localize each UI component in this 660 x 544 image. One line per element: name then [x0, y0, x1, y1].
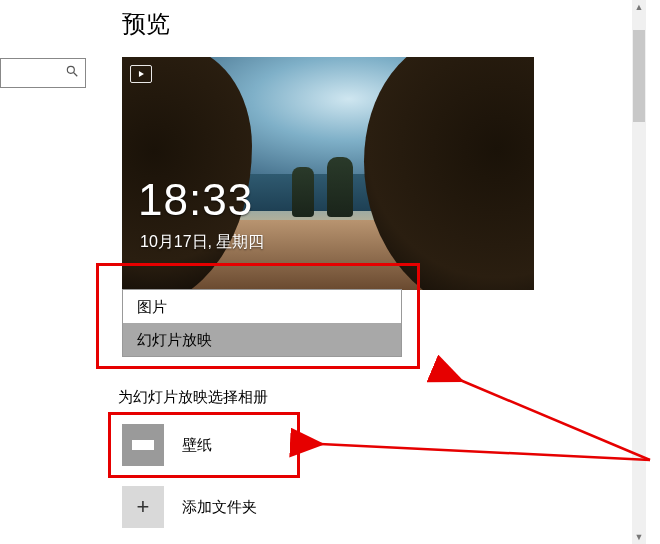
svg-marker-2 — [139, 71, 144, 77]
scrollbar-thumb[interactable] — [633, 30, 645, 122]
add-folder-button[interactable]: + 添加文件夹 — [122, 484, 382, 530]
dropdown-option-picture[interactable]: 图片 — [123, 290, 401, 323]
album-label: 壁纸 — [182, 436, 212, 455]
album-thumbnail-icon — [122, 424, 164, 466]
background-type-dropdown[interactable]: 图片 幻灯片放映 — [122, 289, 402, 357]
scrollbar-arrow-down-icon[interactable]: ▼ — [632, 530, 646, 544]
plus-icon: + — [122, 486, 164, 528]
vertical-scrollbar[interactable]: ▲ ▼ — [632, 0, 646, 544]
albums-section-label: 为幻灯片放映选择相册 — [118, 388, 268, 407]
search-field[interactable] — [15, 65, 65, 81]
section-heading-preview: 预览 — [122, 8, 170, 40]
album-item[interactable]: 壁纸 — [122, 420, 382, 470]
search-icon — [65, 64, 79, 82]
dropdown-option-slideshow[interactable]: 幻灯片放映 — [123, 323, 401, 356]
preview-date: 10月17日, 星期四 — [140, 232, 264, 253]
lockscreen-preview: 18:33 10月17日, 星期四 — [122, 57, 534, 290]
preview-time: 18:33 — [138, 175, 253, 225]
search-input[interactable] — [0, 58, 86, 88]
scrollbar-arrow-up-icon[interactable]: ▲ — [632, 0, 646, 14]
dropdown-option-label: 图片 — [137, 298, 167, 315]
svg-line-4 — [460, 380, 650, 460]
svg-line-1 — [74, 73, 78, 77]
dropdown-option-label: 幻灯片放映 — [137, 331, 212, 348]
slideshow-icon — [130, 65, 152, 83]
svg-point-0 — [67, 66, 74, 73]
add-folder-label: 添加文件夹 — [182, 498, 257, 517]
